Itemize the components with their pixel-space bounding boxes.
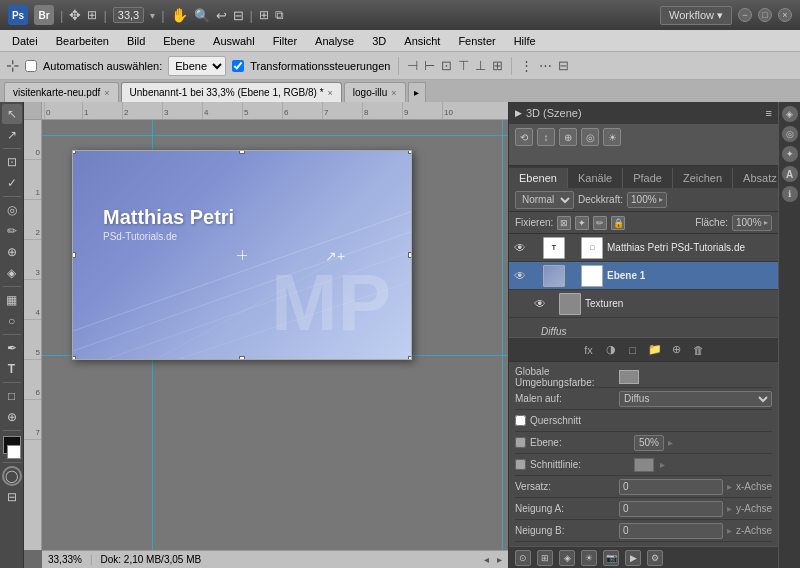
maximize-button[interactable]: □ bbox=[758, 8, 772, 22]
menu-auswahl[interactable]: Auswahl bbox=[205, 33, 263, 49]
eyedropper-tool[interactable]: ✓ bbox=[2, 173, 22, 193]
3d-zoom-tool[interactable]: ⊕ bbox=[559, 128, 577, 146]
opacity-value[interactable]: 100% ▸ bbox=[627, 192, 667, 208]
dodge-tool[interactable]: ○ bbox=[2, 311, 22, 331]
scroll-next-btn[interactable]: ▸ bbox=[497, 554, 502, 565]
3d-mat-btn[interactable]: ◈ bbox=[559, 550, 575, 566]
eraser-tool[interactable]: ◈ bbox=[2, 263, 22, 283]
minimize-button[interactable]: − bbox=[738, 8, 752, 22]
tab-pfade[interactable]: Pfade bbox=[623, 168, 673, 188]
shape-tool[interactable]: □ bbox=[2, 386, 22, 406]
menu-bearbeiten[interactable]: Bearbeiten bbox=[48, 33, 117, 49]
3d-rotate-tool[interactable]: ⟲ bbox=[515, 128, 533, 146]
layer-item-text[interactable]: 👁 T □ Matthias Petri PSd-Tutorials.de bbox=[509, 234, 778, 262]
menu-filter[interactable]: Filter bbox=[265, 33, 305, 49]
3d-light-tool[interactable]: ☀ bbox=[603, 128, 621, 146]
lock-all-icon[interactable]: 🔒 bbox=[611, 216, 625, 230]
tab-logo-close[interactable]: × bbox=[391, 88, 396, 98]
tab-unbenannt-close[interactable]: × bbox=[328, 88, 333, 98]
versatz-input[interactable] bbox=[619, 479, 723, 495]
arrange-icon[interactable]: ⊟ bbox=[233, 8, 244, 23]
3d-cam-btn[interactable]: 📷 bbox=[603, 550, 619, 566]
global-color-swatch[interactable] bbox=[619, 370, 639, 384]
neigung-b-arrow[interactable]: ▸ bbox=[727, 525, 732, 536]
menu-bild[interactable]: Bild bbox=[119, 33, 153, 49]
lock-move-icon[interactable]: ✦ bbox=[575, 216, 589, 230]
menu-fenster[interactable]: Fenster bbox=[450, 33, 503, 49]
menu-3d[interactable]: 3D bbox=[364, 33, 394, 49]
align-left-icon[interactable]: ⊣ bbox=[407, 58, 418, 73]
fr-color-icon[interactable]: ◈ bbox=[782, 106, 798, 122]
pen-tool[interactable]: ✒ bbox=[2, 338, 22, 358]
tab-more-button[interactable]: ▸ bbox=[408, 82, 426, 102]
panel-3d-menu-icon[interactable]: ≡ bbox=[766, 107, 772, 119]
versatz-arrow[interactable]: ▸ bbox=[727, 481, 732, 492]
close-button[interactable]: × bbox=[778, 8, 792, 22]
menu-hilfe[interactable]: Hilfe bbox=[506, 33, 544, 49]
text-tool[interactable]: T bbox=[2, 359, 22, 379]
schnitt-checkbox[interactable] bbox=[515, 459, 526, 470]
crop-tool[interactable]: ⊡ bbox=[2, 152, 22, 172]
layer-eye-2[interactable]: 👁 bbox=[533, 297, 547, 311]
move-tool-btn[interactable]: ⊹ bbox=[6, 56, 19, 75]
hand-icon[interactable]: ✋ bbox=[171, 7, 188, 23]
layer-eye-1[interactable]: 👁 bbox=[513, 269, 527, 283]
ebene-arrow[interactable]: ▸ bbox=[668, 437, 673, 448]
3d-render-btn[interactable]: ▶ bbox=[625, 550, 641, 566]
lock-pos-icon[interactable]: ⊠ bbox=[557, 216, 571, 230]
align-right-icon[interactable]: ⊡ bbox=[441, 58, 452, 73]
tab-unbenannt[interactable]: Unbenannt-1 bei 33,3% (Ebene 1, RGB/8) *… bbox=[121, 82, 342, 102]
fr-char-icon[interactable]: A bbox=[782, 166, 798, 182]
distrib-icon2[interactable]: ⋯ bbox=[539, 58, 552, 73]
distrib-icon3[interactable]: ⊟ bbox=[558, 58, 569, 73]
mask-add-icon[interactable]: □ bbox=[624, 341, 642, 359]
3d-pan-tool[interactable]: ↕ bbox=[537, 128, 555, 146]
spot-heal-tool[interactable]: ◎ bbox=[2, 200, 22, 220]
layer-item-texturen[interactable]: 👁 Texturen bbox=[509, 290, 778, 318]
zoom-tool[interactable]: ⊕ bbox=[2, 407, 22, 427]
neigung-b-input[interactable] bbox=[619, 523, 723, 539]
menu-ansicht[interactable]: Ansicht bbox=[396, 33, 448, 49]
zoom-icon[interactable]: 🔍 bbox=[194, 8, 210, 23]
scroll-prev-btn[interactable]: ◂ bbox=[484, 554, 489, 565]
3d-orbit-tool[interactable]: ◎ bbox=[581, 128, 599, 146]
fr-info-icon[interactable]: ℹ bbox=[782, 186, 798, 202]
delete-layer-icon[interactable]: 🗑 bbox=[690, 341, 708, 359]
canvas-content[interactable]: MP Matthias Petri PSd-Tutorials.de ↗+ bbox=[42, 120, 508, 550]
auto-select-dropdown[interactable]: Ebene bbox=[168, 56, 226, 76]
fx-icon[interactable]: fx bbox=[580, 341, 598, 359]
tab-zeichen[interactable]: Zeichen bbox=[673, 168, 733, 188]
cross-section-checkbox[interactable] bbox=[515, 415, 526, 426]
new-layer-icon[interactable]: ⊕ bbox=[668, 341, 686, 359]
tab-visitenkarte[interactable]: visitenkarte-neu.pdf × bbox=[4, 82, 119, 102]
transform-checkbox[interactable] bbox=[232, 60, 244, 72]
3d-mesh-btn[interactable]: ⊞ bbox=[537, 550, 553, 566]
screen-mode-icon[interactable]: ⊟ bbox=[2, 487, 22, 507]
tab-visitenkarte-close[interactable]: × bbox=[104, 88, 109, 98]
workflow-button[interactable]: Workflow ▾ bbox=[660, 6, 732, 25]
fill-value[interactable]: 100% ▸ bbox=[732, 215, 772, 231]
lock-art-icon[interactable]: ✏ bbox=[593, 216, 607, 230]
menu-ebene[interactable]: Ebene bbox=[155, 33, 203, 49]
tab-logo[interactable]: logo-illu × bbox=[344, 82, 406, 102]
layer-item-diffus[interactable]: Diffus bbox=[509, 318, 778, 337]
brush-tool[interactable]: ✏ bbox=[2, 221, 22, 241]
neigung-a-input[interactable] bbox=[619, 501, 723, 517]
3d-scene-btn[interactable]: ⊙ bbox=[515, 550, 531, 566]
align-top-icon[interactable]: ⊤ bbox=[458, 58, 469, 73]
layer-item-ebene1[interactable]: 👁 Ebene 1 bbox=[509, 262, 778, 290]
3d-light-btn[interactable]: ☀ bbox=[581, 550, 597, 566]
ebene-pct-input[interactable] bbox=[634, 435, 664, 451]
group-icon[interactable]: 📁 bbox=[646, 341, 664, 359]
screen-icon[interactable]: ⧉ bbox=[275, 8, 284, 22]
fr-style-icon[interactable]: ✦ bbox=[782, 146, 798, 162]
3d-settings-btn[interactable]: ⚙ bbox=[647, 550, 663, 566]
mask-icon[interactable]: ◯ bbox=[2, 466, 22, 486]
align-bottom-icon[interactable]: ⊞ bbox=[492, 58, 503, 73]
neigung-a-arrow[interactable]: ▸ bbox=[727, 503, 732, 514]
align-mid-icon[interactable]: ⊥ bbox=[475, 58, 486, 73]
clone-tool[interactable]: ⊕ bbox=[2, 242, 22, 262]
background-color[interactable] bbox=[7, 445, 21, 459]
menu-analyse[interactable]: Analyse bbox=[307, 33, 362, 49]
menu-datei[interactable]: Datei bbox=[4, 33, 46, 49]
